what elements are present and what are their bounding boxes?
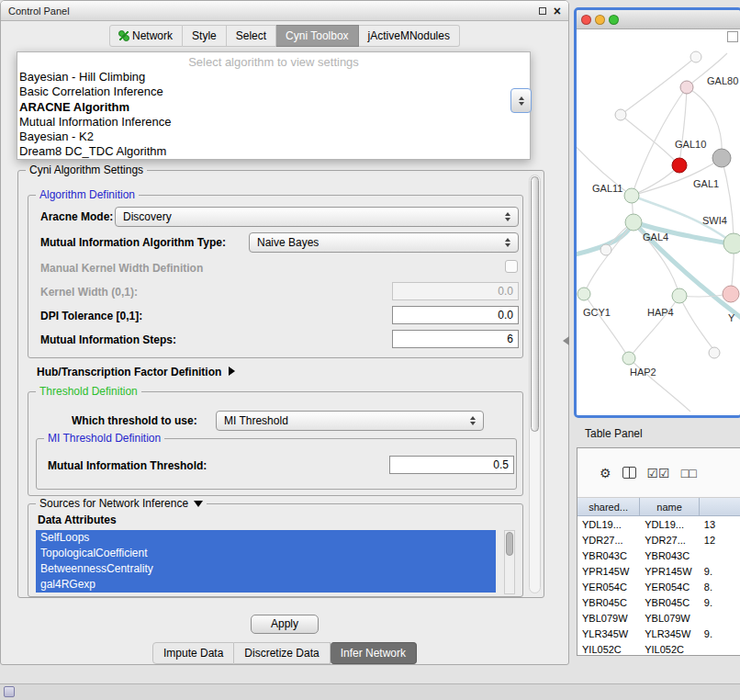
table-row[interactable]: YBR043CYBR043C bbox=[577, 548, 740, 563]
window-title: Control Panel bbox=[8, 6, 70, 17]
mi-threshold-input[interactable] bbox=[389, 456, 514, 474]
column-header-2[interactable]: name bbox=[640, 498, 700, 515]
attribute-item-gal4rgexp[interactable]: gal4RGexp bbox=[36, 577, 496, 593]
network-tab-icon bbox=[119, 31, 129, 40]
network-node-label: GCY1 bbox=[583, 307, 611, 318]
algorithm-option-basic-correlation-inference[interactable]: Basic Correlation Inference bbox=[17, 85, 530, 99]
network-node-label: SWI4 bbox=[702, 215, 727, 226]
overview-toggle[interactable] bbox=[727, 31, 738, 42]
algorithm-option-bayesian-hill-climbing[interactable]: Bayesian - Hill Climbing bbox=[17, 70, 530, 85]
which-threshold-select[interactable]: MI Threshold bbox=[216, 411, 484, 431]
data-attributes-list[interactable]: SelfLoopsTopologicalCoefficientBetweenne… bbox=[36, 530, 508, 594]
table-cell: YBR045C bbox=[640, 597, 700, 608]
table-row[interactable]: YBR045CYBR045C9. bbox=[577, 594, 740, 610]
mi-type-select[interactable]: Naive Bayes bbox=[249, 232, 519, 253]
select-all-rows-icon[interactable]: ☑☑ bbox=[647, 467, 670, 480]
table-cell: YER054C bbox=[577, 581, 640, 593]
column-header-3[interactable] bbox=[700, 498, 740, 515]
grid-handle-icon[interactable] bbox=[4, 686, 15, 697]
network-node[interactable] bbox=[680, 81, 693, 94]
bottom-tab-impute-data[interactable]: Impute Data bbox=[152, 642, 234, 664]
network-node-label: GAL10 bbox=[675, 139, 706, 150]
network-node[interactable] bbox=[577, 288, 590, 300]
network-canvas[interactable]: GAL80GAL10GAL11GAL1SWI4GAL4GCY1HAP4HAP2Y bbox=[577, 29, 740, 415]
tab-jactivemnodules[interactable]: jActiveMNodules bbox=[359, 25, 460, 47]
aracne-mode-label: Aracne Mode: bbox=[40, 210, 113, 223]
close-button[interactable] bbox=[581, 15, 591, 25]
zoom-button[interactable] bbox=[609, 15, 619, 25]
attributes-scrollbar[interactable] bbox=[504, 530, 515, 594]
algorithm-option-dream8-dc-tdc-algorithm[interactable]: Dream8 DC_TDC Algorithm bbox=[17, 144, 530, 159]
table-cell: 9. bbox=[700, 597, 740, 608]
dpi-tolerance-label: DPI Tolerance [0,1]: bbox=[40, 310, 142, 322]
tab-label: jActiveMNodules bbox=[368, 29, 450, 42]
network-node[interactable] bbox=[709, 347, 720, 358]
tab-style[interactable]: Style bbox=[183, 25, 227, 47]
close-window-icon[interactable]: × bbox=[554, 6, 561, 16]
mi-threshold-label: Mutual Information Threshold: bbox=[48, 459, 207, 472]
mi-steps-label: Mutual Information Steps: bbox=[40, 333, 176, 346]
algorithm-option-bayesian-k2[interactable]: Bayesian - K2 bbox=[17, 130, 530, 144]
network-node[interactable] bbox=[625, 214, 642, 231]
tab-select[interactable]: Select bbox=[227, 25, 276, 47]
kernel-width-input[interactable] bbox=[392, 282, 519, 300]
table-row[interactable]: YDR27...YDR27...12 bbox=[577, 532, 740, 548]
cyni-algorithm-settings-group: Cyni Algorithm Settings Algorithm Defini… bbox=[17, 170, 544, 598]
table-cell: YPR145W bbox=[577, 566, 640, 577]
bottom-tab-infer-network[interactable]: Infer Network bbox=[331, 642, 417, 664]
table-cell: YLR345W bbox=[640, 628, 700, 639]
network-node[interactable] bbox=[615, 109, 626, 120]
settings-scrollbar-thumb[interactable] bbox=[531, 176, 539, 432]
table-row[interactable]: YDL19...YDL19...13 bbox=[577, 516, 740, 532]
control-panel-titlebar[interactable]: Control Panel × bbox=[1, 1, 568, 21]
which-threshold-label: Which threshold to use: bbox=[72, 414, 197, 427]
settings-scrollbar[interactable] bbox=[529, 175, 541, 593]
aracne-mode-value: Discovery bbox=[123, 210, 500, 223]
network-window-titlebar[interactable] bbox=[577, 10, 740, 29]
dpi-tolerance-input[interactable] bbox=[392, 306, 519, 324]
network-node[interactable] bbox=[712, 149, 731, 167]
apply-button[interactable]: Apply bbox=[251, 615, 319, 634]
sources-group-title[interactable]: Sources for Network Inference bbox=[36, 497, 207, 510]
network-edge bbox=[679, 87, 687, 165]
network-node[interactable] bbox=[723, 286, 739, 302]
settings-gear-icon[interactable]: ⚙ bbox=[600, 467, 611, 480]
mi-threshold-group-title: MI Threshold Definition bbox=[44, 432, 164, 445]
deselect-all-rows-icon[interactable]: □□ bbox=[681, 467, 697, 480]
algorithm-dropdown-popup: Select algorithm to view settings Bayesi… bbox=[17, 51, 531, 160]
attribute-item-selfloops[interactable]: SelfLoops bbox=[36, 530, 496, 546]
hub-section-toggle[interactable]: Hub/Transcription Factor Definition bbox=[37, 366, 235, 378]
panel-splitter-handle[interactable] bbox=[563, 336, 569, 345]
manual-kernel-checkbox[interactable] bbox=[505, 260, 518, 273]
tab-cyni-toolbox[interactable]: Cyni Toolbox bbox=[276, 25, 358, 47]
network-node[interactable] bbox=[622, 352, 635, 365]
float-window-icon[interactable] bbox=[539, 7, 546, 15]
aracne-mode-select[interactable]: Discovery bbox=[115, 207, 519, 227]
attribute-item-topologicalcoefficient[interactable]: TopologicalCoefficient bbox=[36, 546, 496, 561]
table-row[interactable]: YIL052CYIL052C bbox=[577, 641, 740, 656]
algorithm-option-mutual-information-inference[interactable]: Mutual Information Inference bbox=[17, 115, 530, 130]
bottom-tab-discretize-data[interactable]: Discretize Data bbox=[234, 642, 330, 664]
algorithm-combo-arrow-button[interactable] bbox=[510, 88, 532, 113]
attributes-scrollbar-thumb[interactable] bbox=[506, 532, 513, 556]
table-row[interactable]: YBL079WYBL079W bbox=[577, 610, 740, 626]
table-row[interactable]: YER054CYER054C8. bbox=[577, 579, 740, 594]
mi-steps-input[interactable] bbox=[392, 330, 519, 348]
algorithm-definition-group: Algorithm Definition Aracne Mode: Discov… bbox=[28, 195, 523, 358]
table-row[interactable]: YLR345WYLR345W9. bbox=[577, 626, 740, 641]
table-cell: YBL079W bbox=[640, 613, 700, 624]
algorithm-option-aracne-algorithm[interactable]: ARACNE Algorithm bbox=[17, 100, 530, 115]
network-node-label: Y bbox=[728, 312, 735, 323]
column-header-1[interactable]: shared... bbox=[577, 498, 640, 515]
network-node[interactable] bbox=[600, 244, 611, 255]
column-chooser-icon[interactable] bbox=[622, 467, 636, 479]
network-node[interactable] bbox=[624, 188, 639, 203]
minimize-button[interactable] bbox=[595, 15, 605, 25]
tab-network[interactable]: Network bbox=[109, 25, 183, 47]
network-node[interactable] bbox=[672, 158, 687, 173]
network-node[interactable] bbox=[690, 51, 701, 62]
attribute-item-betweennesscentrality[interactable]: BetweennessCentrality bbox=[36, 561, 496, 577]
network-node[interactable] bbox=[723, 233, 740, 254]
network-node[interactable] bbox=[672, 288, 687, 303]
table-row[interactable]: YPR145WYPR145W9. bbox=[577, 563, 740, 579]
